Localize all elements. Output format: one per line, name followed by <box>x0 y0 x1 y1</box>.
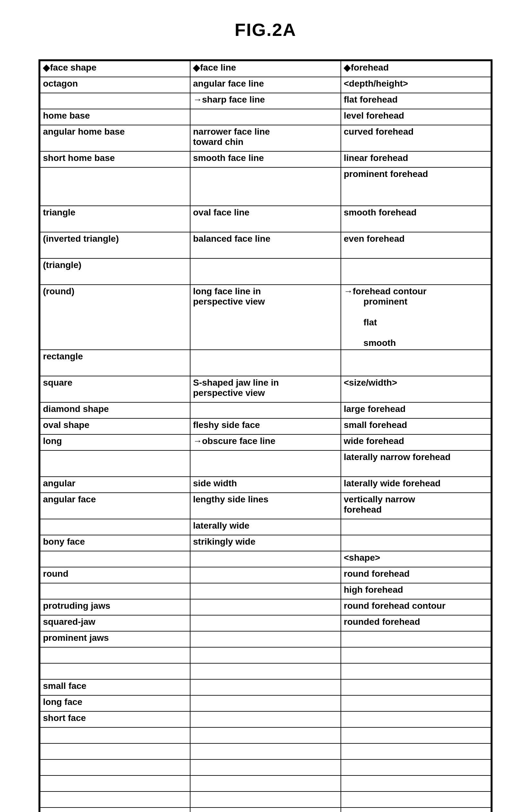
face-line-cell <box>190 792 341 808</box>
face-line-cell <box>190 743 341 759</box>
table-row: <shape> <box>40 551 491 567</box>
face-shape-cell <box>40 663 190 679</box>
forehead-cell <box>341 792 491 808</box>
face-line-cell: →obscure face line <box>190 434 341 450</box>
face-line-cell <box>190 615 341 631</box>
face-shape-cell: angular home base <box>40 125 190 151</box>
table-row: laterally wide <box>40 519 491 535</box>
face-line-cell <box>190 350 341 376</box>
face-shape-cell: long face <box>40 695 190 711</box>
face-shape-cell <box>40 519 190 535</box>
face-line-cell <box>190 759 341 775</box>
table-row: diamond shape large forehead <box>40 402 491 418</box>
face-shape-cell: ◆face shape <box>40 60 190 77</box>
table-row <box>40 743 491 759</box>
forehead-cell <box>341 679 491 695</box>
table-row: (inverted triangle)balanced face lineeve… <box>40 232 491 258</box>
face-line-cell: S-shaped jaw line inperspective view <box>190 376 341 402</box>
table-row: long face <box>40 695 491 711</box>
face-shape-cell: small face <box>40 679 190 695</box>
face-shape-cell: (triangle) <box>40 258 190 285</box>
forehead-cell: laterally wide forehead <box>341 477 491 493</box>
table-row: (triangle) <box>40 258 491 285</box>
forehead-cell: vertically narrowforehead <box>341 493 491 519</box>
face-shape-cell: diamond shape <box>40 402 190 418</box>
face-shape-cell: protruding jaws <box>40 599 190 615</box>
face-line-cell: angular face line <box>190 77 341 93</box>
forehead-cell: rounded forehead <box>341 615 491 631</box>
forehead-cell: high forehead <box>341 583 491 599</box>
table-row: round round forehead <box>40 567 491 583</box>
forehead-cell: even forehead <box>341 232 491 258</box>
table-row: bony facestrikingly wide <box>40 535 491 551</box>
face-shape-cell <box>40 759 190 775</box>
face-shape-cell <box>40 727 190 743</box>
forehead-cell: prominent forehead <box>341 167 491 206</box>
face-shape-cell: short face <box>40 711 190 727</box>
forehead-cell: level forehead <box>341 109 491 125</box>
forehead-cell: ◆forehead <box>341 60 491 77</box>
face-line-cell <box>190 450 341 477</box>
table-row <box>40 647 491 663</box>
forehead-cell <box>341 647 491 663</box>
face-line-cell <box>190 631 341 647</box>
forehead-cell <box>341 663 491 679</box>
face-shape-cell <box>40 551 190 567</box>
face-shape-cell <box>40 167 190 206</box>
table-row: oval shapefleshy side facesmall forehead <box>40 418 491 434</box>
face-shape-cell <box>40 792 190 808</box>
table-row: long→obscure face linewide forehead <box>40 434 491 450</box>
forehead-cell <box>341 775 491 792</box>
table-row <box>40 759 491 775</box>
table-row: high forehead <box>40 583 491 599</box>
face-shape-cell: long <box>40 434 190 450</box>
forehead-cell: round forehead contour <box>341 599 491 615</box>
face-line-cell <box>190 695 341 711</box>
face-line-cell <box>190 599 341 615</box>
face-shape-cell: short home base <box>40 151 190 167</box>
face-line-cell: smooth face line <box>190 151 341 167</box>
face-line-cell: →sharp face line <box>190 93 341 109</box>
forehead-cell <box>341 258 491 285</box>
table-row <box>40 727 491 743</box>
face-line-cell: oval face line <box>190 206 341 232</box>
forehead-cell: laterally narrow forehead <box>341 450 491 477</box>
table-row: prominent forehead <box>40 167 491 206</box>
face-line-cell <box>190 167 341 206</box>
face-line-cell <box>190 808 341 812</box>
forehead-cell <box>341 743 491 759</box>
face-shape-cell: prominent jaws <box>40 631 190 647</box>
table-row <box>40 775 491 792</box>
face-line-cell <box>190 775 341 792</box>
forehead-cell: <size/width> <box>341 376 491 402</box>
table-row: ◆face shape◆face line◆forehead <box>40 60 491 77</box>
face-shape-cell: octagon <box>40 77 190 93</box>
face-line-cell <box>190 402 341 418</box>
table-row: squareS-shaped jaw line inperspective vi… <box>40 376 491 402</box>
table-row: (round)long face line inperspective view… <box>40 285 491 350</box>
forehead-cell: round forehead <box>341 567 491 583</box>
figure-title: FIG.2A <box>39 19 492 40</box>
face-shape-cell: squared-jaw <box>40 615 190 631</box>
face-line-cell <box>190 711 341 727</box>
face-shape-cell <box>40 808 190 812</box>
forehead-cell: linear forehead <box>341 151 491 167</box>
table-row: protruding jaws round forehead contour <box>40 599 491 615</box>
forehead-cell: curved forehead <box>341 125 491 151</box>
face-shape-cell <box>40 743 190 759</box>
table-row: laterally narrow forehead <box>40 450 491 477</box>
forehead-cell: flat forehead <box>341 93 491 109</box>
face-line-cell <box>190 567 341 583</box>
table-row: rectangle <box>40 350 491 376</box>
face-line-cell: side width <box>190 477 341 493</box>
face-shape-cell: (inverted triangle) <box>40 232 190 258</box>
table-row: squared-jaw rounded forehead <box>40 615 491 631</box>
face-line-cell <box>190 679 341 695</box>
forehead-cell <box>341 695 491 711</box>
face-shape-cell: triangle <box>40 206 190 232</box>
forehead-cell <box>341 350 491 376</box>
table-row: triangleoval face linesmooth forehead <box>40 206 491 232</box>
face-shape-cell: (round) <box>40 285 190 350</box>
forehead-cell <box>341 808 491 812</box>
face-line-cell: fleshy side face <box>190 418 341 434</box>
